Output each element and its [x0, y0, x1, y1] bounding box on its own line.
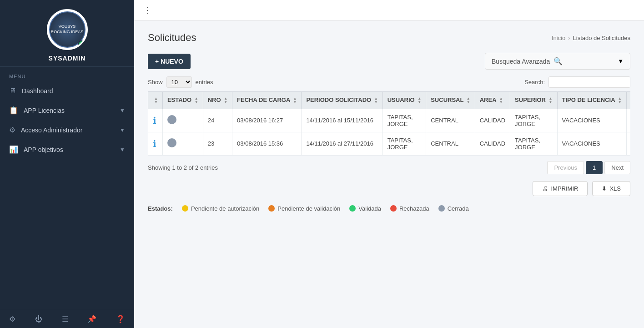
sidebar-item-app-licencias[interactable]: 📋 APP Licencias ▼: [0, 101, 134, 120]
legend-label: Validada: [358, 205, 381, 212]
row-periodo-solicitado: 14/11/2016 al 27/11/2016: [302, 132, 382, 155]
dot-red: [390, 205, 397, 212]
row-nro: 23: [203, 132, 232, 155]
col-tipo-licencia[interactable]: TIPO DE LICENCIA ▲▼: [557, 92, 626, 109]
main-content: ⋮ Solicitudes Inicio › Listado de Solici…: [134, 0, 644, 328]
col-estado[interactable]: ESTADO ▲▼: [162, 92, 203, 109]
legend-label: Pendiente de validación: [277, 205, 340, 212]
sidebar-item-app-objetivos[interactable]: 📊 APP objetivos ▼: [0, 140, 134, 159]
search-input[interactable]: [548, 76, 630, 88]
search-icon: 🔍: [553, 57, 563, 66]
row-periodo-solicitado: 14/11/2016 al 15/11/2016: [302, 109, 382, 132]
col-action[interactable]: ▲▼: [148, 92, 163, 109]
topbar: ⋮: [134, 0, 644, 20]
breadcrumb-current: Listado de Solicitudes: [573, 35, 630, 41]
chevron-down-icon: ▼: [120, 107, 125, 114]
sidebar-item-label: APP objetivos: [24, 146, 63, 153]
row-fecha-carga: 03/08/2016 15:36: [232, 132, 302, 155]
col-cantidad-pedida[interactable]: CANTIDAD PEDIDA ▲▼: [626, 92, 630, 109]
breadcrumb-separator: ›: [568, 35, 570, 41]
entries-row: Show 10 25 50 100 entries Search:: [148, 76, 630, 88]
entries-label: entries: [196, 79, 213, 86]
sidebar-item-label: APP Licencias: [24, 107, 65, 114]
username: SYSADMIN: [49, 55, 86, 62]
nuevo-button[interactable]: + NUEVO: [148, 54, 191, 69]
row-superior: TAPITAS, JORGE: [510, 109, 557, 132]
show-label: Show: [148, 79, 163, 86]
row-info-icon[interactable]: ℹ: [148, 132, 163, 155]
printer-icon: 🖨: [542, 185, 548, 192]
table-row: ℹ 24 03/08/2016 16:27 14/11/2016 al 15/1…: [148, 109, 631, 132]
chart-icon: 📊: [9, 145, 18, 154]
col-nro[interactable]: NRO ▲▼: [203, 92, 232, 109]
legend-item-cerrada: Cerrada: [438, 205, 469, 212]
xls-button[interactable]: ⬇ XLS: [592, 181, 630, 196]
sidebar-item-dashboard[interactable]: 🖥 Dashboard: [0, 81, 134, 101]
gear-icon: ⚙: [9, 126, 15, 134]
legend-item-pendiente-autorizacion: Pendiente de autorización: [182, 205, 259, 212]
action-buttons: 🖨 IMPRIMIR ⬇ XLS: [148, 181, 630, 196]
dot-green: [349, 205, 356, 212]
settings-icon[interactable]: ⚙: [9, 315, 15, 323]
col-fecha-carga[interactable]: FECHA DE CARGA ▲▼: [232, 92, 302, 109]
row-fecha-carga: 03/08/2016 16:27: [232, 109, 302, 132]
legend-item-rechazada: Rechazada: [390, 205, 429, 212]
pin-icon[interactable]: 📌: [87, 315, 96, 323]
table-wrapper: ▲▼ ESTADO ▲▼ NRO ▲▼ FECHA DE CARGA ▲▼: [148, 91, 630, 156]
print-button[interactable]: 🖨 IMPRIMIR: [533, 181, 588, 196]
search-advanced-label: Busqueda Avanzada: [492, 58, 550, 65]
row-estado: [162, 132, 203, 155]
help-icon[interactable]: ❓: [116, 315, 125, 323]
row-usuario: TAPITAS, JORGE: [382, 109, 426, 132]
sidebar: VOUSYSROCKING IDEAS SYSADMIN MENU 🖥 Dash…: [0, 0, 134, 328]
legend: Estados: Pendiente de autorización Pendi…: [148, 205, 630, 212]
entries-select[interactable]: 10 25 50 100: [166, 76, 192, 88]
monitor-icon: 🖥: [9, 87, 16, 95]
col-usuario[interactable]: USUARIO ▲▼: [382, 92, 426, 109]
chevron-down-icon: ▼: [618, 58, 624, 65]
row-tipo-licencia: VACACIONES: [557, 132, 626, 155]
chevron-down-icon: ▼: [120, 127, 125, 133]
topbar-menu-icon[interactable]: ⋮: [143, 5, 151, 15]
avatar: VOUSYSROCKING IDEAS: [47, 9, 88, 50]
sidebar-top: VOUSYSROCKING IDEAS SYSADMIN: [0, 0, 134, 67]
solicitudes-table: ▲▼ ESTADO ▲▼ NRO ▲▼ FECHA DE CARGA ▲▼: [148, 91, 630, 156]
row-info-icon[interactable]: ℹ: [148, 109, 163, 132]
col-sucursal[interactable]: SUCURSAL ▲▼: [426, 92, 475, 109]
pagination: Previous 1 Next: [547, 161, 630, 174]
sidebar-item-label: Acceso Administrador: [21, 126, 82, 134]
row-nro: 24: [203, 109, 232, 132]
sidebar-item-acceso-admin[interactable]: ⚙ Acceso Administrador ▼: [0, 120, 134, 140]
dot-gray: [438, 205, 445, 212]
previous-button[interactable]: Previous: [547, 161, 584, 174]
showing-text: Showing 1 to 2 of 2 entries: [148, 164, 218, 171]
dot-orange: [268, 205, 275, 212]
list-icon[interactable]: ☰: [62, 315, 68, 323]
page-1-button[interactable]: 1: [586, 161, 603, 174]
pagination-row: Showing 1 to 2 of 2 entries Previous 1 N…: [148, 161, 630, 174]
row-area: CALIDAD: [475, 132, 510, 155]
table-row: ℹ 23 03/08/2016 15:36 14/11/2016 al 27/1…: [148, 132, 631, 155]
row-cantidad-pedida: Pedidas: 2 / Computadas: 2: [626, 109, 630, 132]
row-tipo-licencia: VACACIONES: [557, 109, 626, 132]
search-advanced-dropdown[interactable]: Busqueda Avanzada 🔍 ▼: [485, 53, 630, 70]
legend-label: Rechazada: [399, 205, 429, 212]
toolbar: + NUEVO Busqueda Avanzada 🔍 ▼: [148, 53, 630, 70]
legend-item-validada: Validada: [349, 205, 381, 212]
col-area[interactable]: AREA ▲▼: [475, 92, 510, 109]
content-area: Solicitudes Inicio › Listado de Solicitu…: [134, 20, 644, 328]
sidebar-bottom: ⚙ ⏻ ☰ 📌 ❓: [0, 310, 134, 328]
online-badge: [78, 40, 85, 47]
row-sucursal: CENTRAL: [426, 132, 475, 155]
power-icon[interactable]: ⏻: [35, 315, 42, 323]
breadcrumb-home[interactable]: Inicio: [552, 35, 565, 41]
row-superior: TAPITAS, JORGE: [510, 132, 557, 155]
col-superior[interactable]: SUPERIOR ▲▼: [510, 92, 557, 109]
row-usuario: TAPITAS, JORGE: [382, 132, 426, 155]
menu-label: MENU: [0, 67, 134, 81]
next-button[interactable]: Next: [604, 161, 630, 174]
col-periodo-solicitado[interactable]: PERIODO SOLICITADO ▲▼: [302, 92, 382, 109]
search-label: Search:: [524, 79, 545, 86]
row-area: CALIDAD: [475, 109, 510, 132]
sidebar-item-label: Dashboard: [22, 87, 53, 95]
